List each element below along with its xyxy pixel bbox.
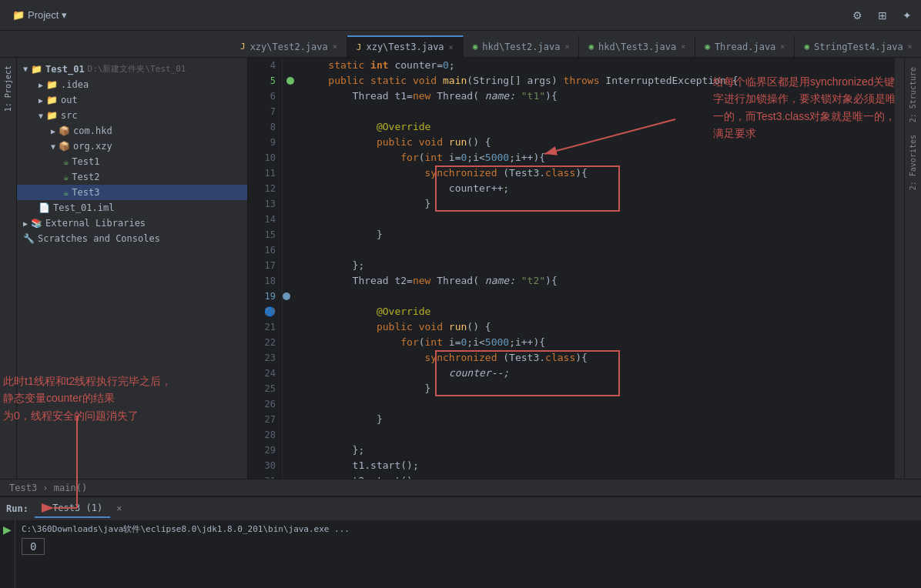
- sidebar-item-scratches[interactable]: 🔧 Scratches and Consoles: [17, 231, 247, 246]
- project-dropdown[interactable]: 📁 Project ▾: [6, 6, 73, 24]
- code-line-18: Thread t2=new Thread( name: "t2"){: [304, 273, 898, 289]
- code-line-25: }: [304, 381, 898, 396]
- close-icon[interactable]: ×: [908, 42, 913, 51]
- test2-label: Test2: [72, 172, 99, 182]
- expand-arrow: ▼: [23, 65, 28, 73]
- code-line-13: }: [304, 196, 898, 212]
- output-value: 0: [22, 538, 45, 555]
- iml-icon: 📄: [39, 202, 50, 213]
- close-icon[interactable]: ×: [564, 42, 569, 51]
- expand-arrow: ▶: [39, 81, 43, 89]
- code-line-16: [304, 242, 898, 258]
- tab-hkd-test3[interactable]: ◉ hkd\Test3.java ×: [579, 35, 695, 57]
- top-bar: 📁 Project ▾ ⚙ ⊞ ✦: [0, 0, 921, 31]
- close-icon[interactable]: ×: [681, 42, 685, 51]
- tab-thread[interactable]: ◉ Thread.java ×: [695, 35, 795, 57]
- sidebar-item-extlibs[interactable]: ▶ 📚 External Libraries: [17, 215, 247, 231]
- favorites-panel-tab[interactable]: 2: Favorites: [907, 132, 919, 193]
- project-folder-icon: 📁: [31, 64, 42, 75]
- structure-panel-tab[interactable]: 2: Structure: [907, 64, 919, 125]
- run-content-area: ▶ C:\360Downloads\java软件\eclipse8.0\jdk1…: [0, 520, 921, 588]
- sidebar: ▼ 📁 Test_01 D:\新建文件夹\Test_01 ▶ 📁 .idea ▶…: [17, 58, 248, 479]
- run-indicator[interactable]: [286, 77, 294, 85]
- code-line-12: counter++;: [304, 181, 898, 196]
- sidebar-item-idea[interactable]: ▶ 📁 .idea: [17, 77, 247, 92]
- folder-icon: 📁: [46, 95, 58, 105]
- expand-arrow: ▶: [51, 127, 55, 135]
- line-num-4: 4: [248, 58, 276, 73]
- class-icon: ☕: [63, 156, 69, 167]
- run-panel: Run: ▶ Test3 (1) × ▶ C:\360Downloads\jav…: [0, 496, 921, 588]
- tab-xzy-test2[interactable]: J xzy\Test2.java ×: [231, 35, 347, 57]
- play-button[interactable]: ▶: [3, 523, 12, 536]
- code-line-10: for(int i=0;i<5000;i++){: [304, 150, 898, 165]
- run-tab-test3[interactable]: ▶ Test3 (1): [35, 499, 110, 518]
- line-num-5: 5: [248, 73, 276, 89]
- code-line-5: public static void main(String[] args) t…: [304, 73, 898, 89]
- code-line-6: Thread t1=new Thread( name: "t1"){: [304, 89, 898, 104]
- scratch-icon: 🔧: [23, 233, 35, 244]
- code-line-20: @Override: [304, 304, 898, 319]
- comhkd-label: com.hkd: [73, 125, 112, 136]
- chrome-icon: ◉: [804, 42, 809, 52]
- close-icon[interactable]: ×: [333, 42, 337, 51]
- code-line-4: static int counter=0;: [304, 58, 898, 73]
- tab-xzy-test3[interactable]: J xzy\Test3.java ×: [347, 35, 464, 57]
- sidebar-item-out[interactable]: ▶ 📁 out: [17, 92, 247, 108]
- code-line-29: };: [304, 443, 898, 458]
- code-line-30: t1.start();: [304, 458, 898, 473]
- chrome-icon: ◉: [473, 42, 478, 52]
- project-label: Project: [28, 9, 59, 21]
- code-line-21: public void run() {: [304, 319, 898, 335]
- sidebar-item-orgxzy[interactable]: ▼ 📦 org.xzy: [17, 139, 247, 154]
- tabs-bar: J xzy\Test2.java × J xzy\Test3.java × ◉ …: [0, 31, 921, 58]
- expand-arrow: ▼: [51, 142, 55, 151]
- iml-label: Test_01.iml: [53, 202, 114, 213]
- sidebar-item-comhkd[interactable]: ▶ 📦 com.hkd: [17, 123, 247, 139]
- code-line-9: public void run() {: [304, 135, 898, 150]
- close-icon[interactable]: ×: [780, 42, 785, 51]
- bookmark-icon: [283, 292, 290, 300]
- project-path: D:\新建文件夹\Test_01: [88, 63, 186, 75]
- code-content[interactable]: static int counter=0; public static void…: [298, 58, 904, 479]
- scrollbar[interactable]: [895, 58, 904, 479]
- tab-stringtest4[interactable]: ◉ StringTest4.java ×: [795, 35, 921, 57]
- run-output: 0: [22, 538, 915, 555]
- java-icon: J: [357, 42, 362, 52]
- sidebar-item-iml[interactable]: 📄 Test_01.iml: [17, 200, 247, 215]
- test3-label: Test3: [72, 187, 99, 198]
- code-line-22: for(int i=0;i<5000;i++){: [304, 335, 898, 350]
- code-line-19: [304, 289, 898, 304]
- project-icon: 📁: [12, 9, 25, 21]
- folder-icon: 📁: [46, 110, 58, 121]
- class-icon: ☕: [63, 187, 69, 198]
- project-name: Test_01: [45, 64, 85, 75]
- expand-arrow: ▶: [39, 96, 43, 105]
- more-icon[interactable]: ✦: [899, 8, 915, 23]
- code-line-15: }: [304, 227, 898, 242]
- run-tabs-bar: Run: ▶ Test3 (1) ×: [0, 497, 921, 520]
- close-run-tab[interactable]: ×: [116, 503, 122, 514]
- class-icon: ☕: [63, 172, 69, 182]
- sidebar-item-src[interactable]: ▼ 📁 src: [17, 108, 247, 123]
- code-line-17: };: [304, 258, 898, 273]
- code-line-24: counter--;: [304, 366, 898, 381]
- lib-icon: 📚: [31, 218, 42, 229]
- extlibs-label: External Libraries: [45, 218, 146, 229]
- sidebar-item-test3[interactable]: ☕ Test3: [17, 185, 247, 200]
- run-action-icons: ▶: [0, 520, 15, 588]
- gutter: [283, 58, 298, 479]
- breadcrumb: Test3 › main(): [9, 483, 87, 493]
- code-line-11: synchronized (Test3.class){: [304, 165, 898, 181]
- close-icon[interactable]: ×: [449, 43, 454, 52]
- run-command: C:\360Downloads\java软件\eclipse8.0\jdk1.8…: [22, 523, 915, 535]
- scratches-label: Scratches and Consoles: [38, 233, 160, 244]
- project-panel-tab[interactable]: 1: Project: [2, 61, 14, 116]
- sidebar-item-project[interactable]: ▼ 📁 Test_01 D:\新建文件夹\Test_01: [17, 61, 247, 77]
- split-icon[interactable]: ⊞: [875, 8, 890, 23]
- settings-icon[interactable]: ⚙: [849, 8, 866, 23]
- tab-hkd-test2[interactable]: ◉ hkd\Test2.java ×: [464, 35, 580, 57]
- status-bar: Test3 › main(): [0, 479, 921, 496]
- sidebar-item-test1[interactable]: ☕ Test1: [17, 154, 247, 169]
- sidebar-item-test2[interactable]: ☕ Test2: [17, 169, 247, 185]
